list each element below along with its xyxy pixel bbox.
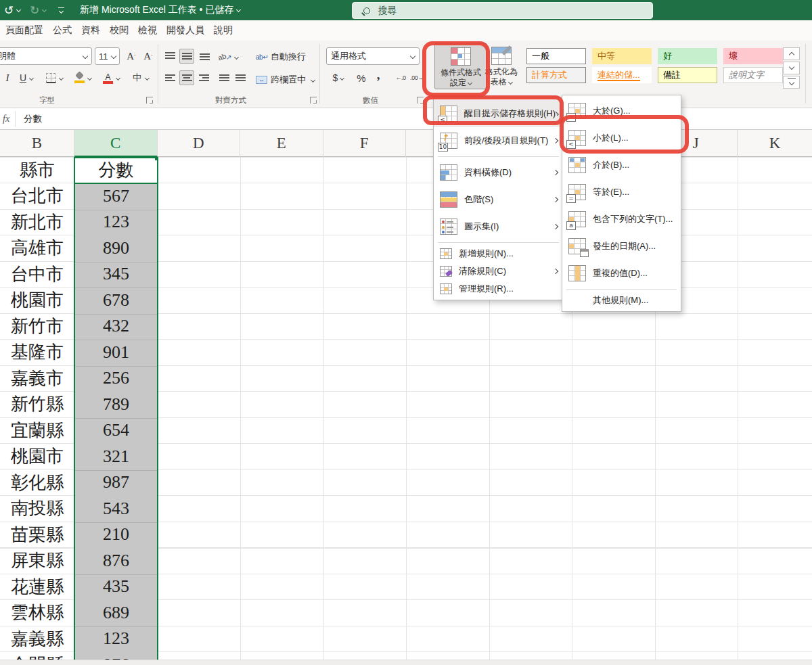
cell[interactable]: 321 — [74, 444, 158, 470]
tab-review[interactable]: 校閱 — [110, 24, 129, 37]
styles-gallery-more-button[interactable] — [783, 76, 800, 89]
cell[interactable]: 縣市 — [0, 157, 74, 183]
menu-item-icon-sets[interactable]: 圖示集(I) — [434, 213, 563, 240]
cell[interactable]: 689 — [74, 600, 158, 626]
column-header-K[interactable]: K — [738, 130, 812, 157]
cell[interactable]: 雲林縣 — [0, 600, 74, 626]
column-header-F[interactable]: F — [323, 130, 407, 157]
cell[interactable]: 123 — [74, 626, 158, 652]
font-dialog-launcher[interactable] — [146, 97, 153, 104]
grow-font-button[interactable]: Aˆ — [123, 47, 139, 65]
submenu-item-duplicate-values[interactable]: 重複的值(D)... — [562, 260, 681, 287]
cell[interactable]: 嘉義市 — [0, 365, 74, 392]
cell[interactable]: 123 — [74, 209, 158, 235]
cell[interactable]: 基隆市 — [0, 340, 74, 366]
cell[interactable]: 210 — [74, 522, 158, 548]
menu-item-data-bars[interactable]: 資料橫條(D) — [434, 159, 563, 186]
comma-style-button[interactable]: , — [372, 66, 384, 84]
document-title[interactable]: 新增 Microsoft Excel 工作表 • 已儲存 — [80, 0, 240, 20]
styles-gallery-up-button[interactable] — [783, 47, 800, 60]
decrease-indent-button[interactable] — [217, 70, 231, 85]
cell[interactable]: 桃園市 — [0, 288, 74, 314]
orientation-button[interactable]: ab↗ — [217, 49, 240, 65]
percent-style-button[interactable]: % — [355, 69, 368, 87]
save-status-dropdown-icon[interactable] — [236, 7, 241, 12]
orientation-dropdown-icon[interactable] — [234, 54, 239, 59]
cell-style-normal[interactable]: 一般 — [526, 48, 586, 64]
menu-item-highlight-cells-rules[interactable]: ≤ 醒目提示儲存格規則(H) — [434, 100, 563, 127]
align-top-button[interactable] — [162, 49, 177, 64]
menu-item-top-bottom-rules[interactable]: ↑10 前段/後段項目規則(T) — [434, 127, 563, 154]
increase-decimal-button[interactable]: ←.0 — [392, 69, 409, 87]
shrink-font-button[interactable]: Aˇ — [140, 47, 156, 65]
wrap-text-button[interactable]: ab↵自動換行 — [256, 49, 306, 65]
merge-center-dropdown-icon[interactable] — [311, 77, 315, 82]
cell-style-explanatory[interactable]: 說明文字 — [723, 67, 783, 83]
menu-item-color-scales[interactable]: 色階(S) — [434, 186, 563, 213]
submenu-item-between[interactable]: 介於(B)... — [562, 152, 681, 179]
cell[interactable]: 567 — [74, 183, 158, 210]
font-size-combo[interactable]: 11 — [95, 47, 120, 65]
redo-dropdown-icon[interactable] — [42, 7, 47, 12]
redo-button[interactable]: ↻ — [30, 0, 46, 20]
menu-item-new-rule[interactable]: 新增規則(N)... — [434, 245, 563, 262]
tab-help[interactable]: 說明 — [214, 24, 233, 37]
formula-bar[interactable]: fx 分數 — [0, 108, 812, 130]
column-header-B[interactable]: B — [0, 130, 74, 157]
cell-style-good[interactable]: 好 — [658, 48, 717, 64]
column-header-E[interactable]: E — [240, 130, 323, 157]
increase-indent-button[interactable] — [233, 70, 248, 85]
cell[interactable]: 南投縣 — [0, 496, 74, 522]
menu-item-clear-rules[interactable]: 清除規則(C) — [434, 262, 563, 280]
format-as-table-button[interactable]: 格式化為 表格 — [482, 43, 521, 89]
cell[interactable]: 890 — [74, 235, 158, 262]
underline-button[interactable]: U — [15, 69, 38, 87]
cell[interactable]: 654 — [74, 417, 158, 444]
column-header-C[interactable]: C — [74, 130, 158, 157]
horizontal-scrollbar[interactable] — [0, 660, 812, 665]
styles-gallery-down-button[interactable] — [783, 62, 800, 74]
number-dialog-launcher[interactable] — [417, 97, 424, 104]
cell[interactable]: 嘉義縣 — [0, 626, 74, 652]
cell[interactable]: 新竹市 — [0, 313, 74, 340]
accounting-dropdown-icon[interactable] — [340, 75, 344, 80]
cell[interactable]: 新竹縣 — [0, 392, 74, 418]
cell-style-linked-cell[interactable]: 連結的儲... — [592, 67, 652, 83]
cell[interactable]: 高雄市 — [0, 235, 74, 262]
tab-page-layout[interactable]: 頁面配置 — [5, 24, 43, 37]
align-right-button[interactable] — [197, 70, 212, 85]
accounting-format-button[interactable]: $ — [329, 69, 348, 87]
merge-center-button[interactable]: ↔跨欄置中 — [256, 72, 315, 88]
undo-button[interactable]: ↺ — [4, 0, 20, 20]
align-center-button[interactable] — [179, 70, 194, 85]
cell[interactable]: 台北市 — [0, 183, 74, 210]
font-name-combo[interactable]: 新細明體 — [0, 47, 92, 65]
search-input[interactable]: 搜尋 — [352, 2, 653, 19]
cell[interactable]: 屏東縣 — [0, 548, 74, 574]
align-left-button[interactable] — [162, 70, 177, 85]
fx-icon[interactable]: fx — [0, 114, 15, 124]
align-middle-button[interactable] — [179, 49, 194, 64]
cell[interactable]: 789 — [74, 392, 158, 418]
cell[interactable]: 901 — [74, 340, 158, 366]
tab-developer[interactable]: 開發人員 — [166, 24, 204, 37]
borders-button[interactable] — [42, 69, 66, 87]
cell[interactable]: 宜蘭縣 — [0, 417, 74, 444]
font-color-dropdown-icon[interactable] — [115, 75, 120, 80]
font-color-button[interactable]: A — [99, 69, 123, 87]
phonetic-dropdown-icon[interactable] — [145, 75, 150, 80]
cell-style-note[interactable]: 備註 — [658, 67, 717, 83]
column-header-D[interactable]: D — [158, 130, 241, 157]
cell[interactable]: 彰化縣 — [0, 469, 74, 496]
cell[interactable]: 苗栗縣 — [0, 522, 74, 548]
number-format-combo[interactable]: 通用格式 — [326, 47, 420, 65]
undo-dropdown-icon[interactable] — [16, 7, 21, 12]
conditional-formatting-button[interactable]: 條件式格式 設定 — [434, 43, 487, 89]
fill-color-button[interactable] — [70, 69, 95, 87]
cell-style-calculation[interactable]: 計算方式 — [526, 67, 586, 83]
cell[interactable]: 桃園市 — [0, 444, 74, 470]
cell[interactable]: 256 — [74, 365, 158, 392]
cell[interactable]: 987 — [74, 469, 158, 496]
cell-style-bad[interactable]: 壞 — [723, 48, 783, 64]
quick-access-customize-button[interactable] — [58, 0, 64, 20]
